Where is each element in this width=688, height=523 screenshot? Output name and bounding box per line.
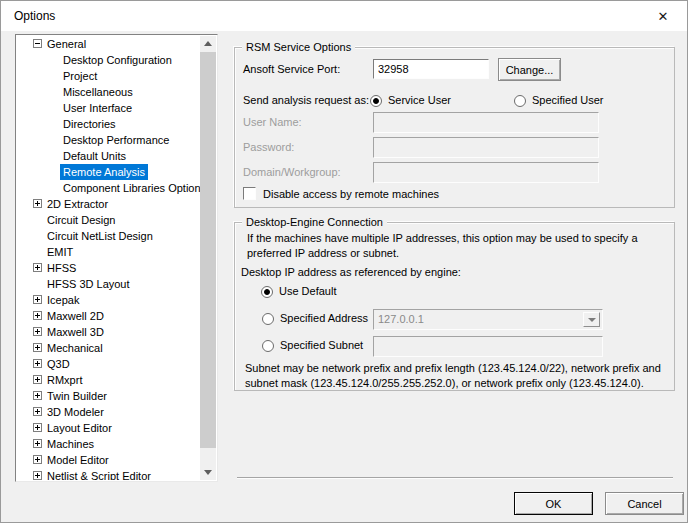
disable-remote-access-label[interactable]: Disable access by remote machines xyxy=(263,188,439,200)
tree-item[interactable]: User Interface xyxy=(16,100,200,116)
tree-item-label[interactable]: Desktop Configuration xyxy=(60,52,175,68)
title-bar: Options ✕ xyxy=(1,1,687,31)
tree-item[interactable]: HFSS 3D Layout xyxy=(16,276,200,292)
tree-item[interactable]: Miscellaneous xyxy=(16,84,200,100)
rsm-service-options-group: RSM Service Options Ansoft Service Port:… xyxy=(234,47,675,208)
disable-remote-access-checkbox[interactable] xyxy=(243,187,256,200)
expand-plus-icon[interactable] xyxy=(33,455,42,464)
tree-item-label[interactable]: Q3D xyxy=(44,356,73,372)
tree-item-label[interactable]: Component Libraries Options xyxy=(60,180,200,196)
specified-subnet-radio-label[interactable]: Specified Subnet xyxy=(280,339,363,351)
tree-item-label[interactable]: Layout Editor xyxy=(44,420,115,436)
tree-item[interactable]: Component Libraries Options xyxy=(16,180,200,196)
tree-item-label[interactable]: RMxprt xyxy=(44,372,85,388)
service-port-label: Ansoft Service Port: xyxy=(243,63,340,75)
tree-item[interactable]: Directories xyxy=(16,116,200,132)
tree-item[interactable]: Twin Builder xyxy=(16,388,200,404)
password-label: Password: xyxy=(243,141,294,153)
expand-plus-icon[interactable] xyxy=(33,439,42,448)
tree-item-label[interactable]: Maxwell 2D xyxy=(44,308,107,324)
tree-item[interactable]: Netlist & Script Editor xyxy=(16,468,200,480)
tree-item-label[interactable]: Miscellaneous xyxy=(60,84,136,100)
tree-item-label[interactable]: Model Editor xyxy=(44,452,112,468)
tree-item-label[interactable]: Mechanical xyxy=(44,340,106,356)
specified-subnet-radio[interactable] xyxy=(262,340,274,352)
tree-item[interactable]: Model Editor xyxy=(16,452,200,468)
expand-plus-icon[interactable] xyxy=(33,327,42,336)
tree-item[interactable]: Desktop Configuration xyxy=(16,52,200,68)
tree-item[interactable]: Default Units xyxy=(16,148,200,164)
tree-item-label[interactable]: Circuit NetList Design xyxy=(44,228,156,244)
scroll-down-icon[interactable] xyxy=(200,464,216,480)
tree-item[interactable]: 3D Modeler xyxy=(16,404,200,420)
tree-item[interactable]: Maxwell 3D xyxy=(16,324,200,340)
tree-item-label[interactable]: Circuit Design xyxy=(44,212,118,228)
cancel-button[interactable]: Cancel xyxy=(605,492,684,515)
scroll-thumb[interactable] xyxy=(200,52,216,448)
expand-plus-icon[interactable] xyxy=(33,407,42,416)
specified-user-radio[interactable] xyxy=(514,95,526,107)
specified-address-value: 127.0.0.1 xyxy=(378,313,424,325)
tree-item[interactable]: Q3D xyxy=(16,356,200,372)
service-user-radio[interactable] xyxy=(370,95,382,107)
tree-item-label[interactable]: Desktop Performance xyxy=(60,132,172,148)
tree-item-label[interactable]: Twin Builder xyxy=(44,388,110,404)
password-field xyxy=(373,137,599,158)
tree-item[interactable]: Icepak xyxy=(16,292,200,308)
tree-item-label[interactable]: Netlist & Script Editor xyxy=(44,468,154,480)
expand-plus-icon[interactable] xyxy=(33,311,42,320)
expand-plus-icon[interactable] xyxy=(33,359,42,368)
scroll-up-icon[interactable] xyxy=(200,36,216,52)
tree-item[interactable]: Circuit NetList Design xyxy=(16,228,200,244)
tree-item-label[interactable]: EMIT xyxy=(44,244,76,260)
service-port-input[interactable] xyxy=(373,59,489,79)
tree-item-label[interactable]: Default Units xyxy=(60,148,129,164)
tree-item-label[interactable]: 3D Modeler xyxy=(44,404,107,420)
tree-item-label[interactable]: Directories xyxy=(60,116,119,132)
tree-item[interactable]: General xyxy=(16,36,200,52)
engine-group-title: Desktop-Engine Connection xyxy=(242,216,387,229)
tree-item[interactable]: Circuit Design xyxy=(16,212,200,228)
tree-item-label[interactable]: 2D Extractor xyxy=(44,196,111,212)
expand-plus-icon[interactable] xyxy=(33,343,42,352)
tree-item-label[interactable]: Icepak xyxy=(44,292,82,308)
tree-item-label[interactable]: Project xyxy=(60,68,100,84)
tree-item[interactable]: Layout Editor xyxy=(16,420,200,436)
tree-item-label[interactable]: HFSS 3D Layout xyxy=(44,276,133,292)
service-user-radio-label[interactable]: Service User xyxy=(388,94,451,106)
tree-item-label[interactable]: General xyxy=(44,36,89,52)
change-port-button[interactable]: Change... xyxy=(498,58,561,81)
use-default-radio-label[interactable]: Use Default xyxy=(279,285,336,297)
tree-item-label[interactable]: User Interface xyxy=(60,100,135,116)
ok-button[interactable]: OK xyxy=(514,492,593,515)
tree-item[interactable]: 2D Extractor xyxy=(16,196,200,212)
specified-address-radio-label[interactable]: Specified Address xyxy=(280,312,368,324)
tree-scrollbar[interactable] xyxy=(200,36,216,480)
tree-item[interactable]: Desktop Performance xyxy=(16,132,200,148)
tree-item-label[interactable]: Machines xyxy=(44,436,97,452)
expand-plus-icon[interactable] xyxy=(33,423,42,432)
expand-plus-icon[interactable] xyxy=(33,263,42,272)
tree-item-label[interactable]: HFSS xyxy=(44,260,79,276)
specified-address-radio[interactable] xyxy=(262,313,274,325)
specified-user-radio-label[interactable]: Specified User xyxy=(532,94,604,106)
tree-item[interactable]: HFSS xyxy=(16,260,200,276)
expand-plus-icon[interactable] xyxy=(33,471,42,480)
expand-plus-icon[interactable] xyxy=(33,295,42,304)
tree-item[interactable]: RMxprt xyxy=(16,372,200,388)
desktop-ip-label: Desktop IP address as referenced by engi… xyxy=(241,266,461,278)
expand-plus-icon[interactable] xyxy=(33,391,42,400)
tree-item[interactable]: Project xyxy=(16,68,200,84)
tree-item[interactable]: Maxwell 2D xyxy=(16,308,200,324)
tree-item[interactable]: EMIT xyxy=(16,244,200,260)
tree-item-label[interactable]: Maxwell 3D xyxy=(44,324,107,340)
close-icon[interactable]: ✕ xyxy=(647,5,679,28)
tree-item-label[interactable]: Remote Analysis xyxy=(60,164,148,180)
tree-item[interactable]: Mechanical xyxy=(16,340,200,356)
expand-plus-icon[interactable] xyxy=(33,375,42,384)
expand-plus-icon[interactable] xyxy=(33,199,42,208)
tree-item[interactable]: Machines xyxy=(16,436,200,452)
use-default-radio[interactable] xyxy=(261,286,273,298)
tree-item[interactable]: Remote Analysis xyxy=(16,164,200,180)
collapse-minus-icon[interactable] xyxy=(33,39,42,48)
